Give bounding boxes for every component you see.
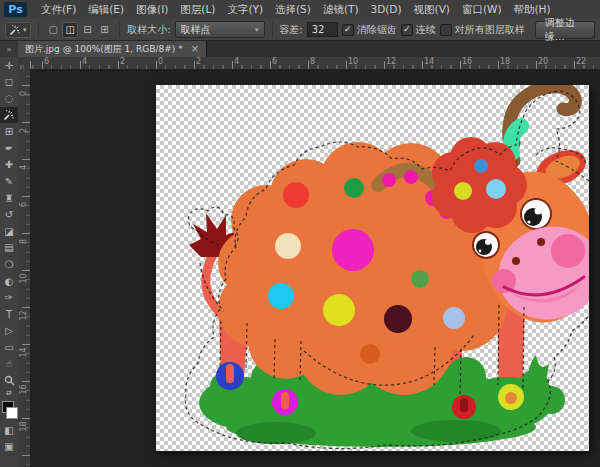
separator bbox=[272, 22, 273, 38]
menu-edit[interactable]: 编辑(E) bbox=[82, 0, 130, 19]
photoshop-logo: Ps bbox=[4, 2, 27, 17]
tolerance-label: 容差: bbox=[279, 23, 302, 37]
menu-layer[interactable]: 图层(L) bbox=[174, 0, 221, 19]
tool-hand[interactable]: ☝ bbox=[0, 356, 18, 373]
cow-artwork bbox=[156, 85, 589, 451]
ruler-tick-label: 18 bbox=[19, 421, 28, 433]
tool-clone-stamp[interactable]: ♜ bbox=[0, 190, 18, 207]
ruler-tick-label: 16 bbox=[462, 57, 472, 66]
separator bbox=[38, 22, 39, 38]
screen-mode-button[interactable]: ▣ bbox=[0, 438, 18, 455]
ruler-tick-label: 4 bbox=[82, 57, 87, 66]
preset-caret: ▾ bbox=[23, 26, 27, 34]
tools-panel: ✛ ◻ ◌ ⊞ ✒ ✚ ✎ ♜ ↺ ◪ ▤ ❍ ◐ ✑ T ▷ ▭ ☝ bbox=[0, 57, 19, 467]
document-canvas[interactable] bbox=[156, 85, 589, 451]
tool-crop[interactable]: ⊞ bbox=[0, 123, 18, 140]
sample-all-layers-checkbox[interactable] bbox=[440, 24, 452, 36]
tool-type[interactable]: T bbox=[0, 306, 18, 323]
refine-edge-button[interactable]: 调整边缘… bbox=[535, 21, 595, 39]
magic-wand-icon bbox=[9, 24, 21, 36]
quick-mask-button[interactable]: ◧ bbox=[0, 422, 18, 439]
menu-image[interactable]: 图像(I) bbox=[130, 0, 174, 19]
mode-intersect-selection[interactable]: ⊞ bbox=[96, 22, 112, 38]
ruler-tick-label: 0 bbox=[19, 88, 28, 100]
menu-type[interactable]: 文字(Y) bbox=[221, 0, 269, 19]
tool-pen[interactable]: ✑ bbox=[0, 289, 18, 306]
contiguous-checkbox[interactable] bbox=[401, 24, 413, 36]
ruler-tick-label: 12 bbox=[386, 57, 396, 66]
ruler-tick-label: 6 bbox=[44, 57, 49, 66]
menu-file[interactable]: 文件(F) bbox=[35, 0, 82, 19]
ruler-tick-label: 14 bbox=[424, 57, 434, 66]
tool-spot-healing[interactable]: ✚ bbox=[0, 157, 18, 174]
menu-window[interactable]: 窗口(W) bbox=[456, 0, 508, 19]
sample-all-layers-option[interactable]: 对所有图层取样 bbox=[440, 23, 525, 37]
ruler-tick-label: 10 bbox=[19, 273, 28, 285]
tool-move[interactable]: ✛ bbox=[0, 57, 18, 74]
tool-brush[interactable]: ✎ bbox=[0, 173, 18, 190]
sample-size-value: 取样点 bbox=[181, 23, 211, 37]
ruler-tick-label: 8 bbox=[310, 57, 315, 66]
current-tool-preset[interactable]: ▾ bbox=[5, 22, 31, 38]
document-tab-bar: » 图片.jpg @ 100%(图层 1, RGB/8#) * × bbox=[0, 41, 600, 57]
ruler-tick-label: 20 bbox=[538, 57, 548, 66]
close-tab-icon[interactable]: × bbox=[191, 44, 199, 54]
tool-lasso[interactable]: ◌ bbox=[0, 90, 18, 107]
sample-size-label: 取样大小: bbox=[127, 23, 170, 37]
ruler-tick-label: 0 bbox=[158, 57, 163, 66]
tolerance-input[interactable]: 32 bbox=[307, 22, 338, 37]
ruler-tick-label: 2 bbox=[196, 57, 201, 66]
ruler-tick-label: 2 bbox=[19, 125, 28, 137]
menu-filter[interactable]: 滤镜(T) bbox=[317, 0, 365, 19]
ruler-tick-label: 4 bbox=[19, 162, 28, 174]
ruler-tick-label: 2 bbox=[120, 57, 125, 66]
tool-blur[interactable]: ❍ bbox=[0, 256, 18, 273]
ruler-tick-label: 22 bbox=[576, 57, 586, 66]
anti-alias-checkbox[interactable] bbox=[342, 24, 354, 36]
ruler-tick-label: 6 bbox=[272, 57, 277, 66]
menu-view[interactable]: 视图(V) bbox=[408, 0, 456, 19]
tool-shape[interactable]: ▭ bbox=[0, 339, 18, 356]
tool-options-bar: ▾ ▢ ◫ ⊟ ⊞ 取样大小: 取样点 ▾ 容差: 32 消除锯齿 连续 对所有… bbox=[0, 19, 600, 41]
swap-colors-icon[interactable]: ⇄ bbox=[0, 389, 18, 398]
contiguous-option[interactable]: 连续 bbox=[401, 23, 436, 37]
anti-alias-option[interactable]: 消除锯齿 bbox=[342, 23, 397, 37]
ruler-tick-label: 18 bbox=[500, 57, 510, 66]
menu-bar: Ps 文件(F) 编辑(E) 图像(I) 图层(L) 文字(Y) 选择(S) 滤… bbox=[0, 0, 600, 20]
photoshop-window: Ps 文件(F) 编辑(E) 图像(I) 图层(L) 文字(Y) 选择(S) 滤… bbox=[0, 0, 600, 467]
document-tab[interactable]: 图片.jpg @ 100%(图层 1, RGB/8#) * × bbox=[18, 41, 207, 57]
contiguous-label: 连续 bbox=[416, 23, 436, 37]
tool-eyedropper[interactable]: ✒ bbox=[0, 140, 18, 157]
dropdown-arrow-icon: ▾ bbox=[255, 26, 259, 34]
selection-mode-buttons: ▢ ◫ ⊟ ⊞ bbox=[45, 22, 112, 38]
tool-zoom[interactable] bbox=[0, 372, 18, 389]
sample-all-layers-label: 对所有图层取样 bbox=[455, 23, 525, 37]
ruler-tick-label: 10 bbox=[348, 57, 358, 66]
document-title: 图片.jpg @ 100%(图层 1, RGB/8#) * bbox=[25, 43, 183, 56]
ruler-tick-label: 14 bbox=[19, 347, 28, 359]
mode-subtract-selection[interactable]: ⊟ bbox=[79, 22, 95, 38]
ruler-tick-label: 16 bbox=[19, 384, 28, 396]
tool-dodge[interactable]: ◐ bbox=[0, 273, 18, 290]
zoom-icon bbox=[4, 375, 15, 386]
background-color-swatch[interactable] bbox=[6, 407, 18, 419]
tool-eraser[interactable]: ◪ bbox=[0, 223, 18, 240]
tool-gradient[interactable]: ▤ bbox=[0, 240, 18, 257]
panel-collapse-icon[interactable]: » bbox=[0, 41, 18, 57]
ruler-tick-label: 4 bbox=[234, 57, 239, 66]
menu-select[interactable]: 选择(S) bbox=[269, 0, 317, 19]
magic-wand-icon bbox=[3, 109, 15, 121]
sample-size-dropdown[interactable]: 取样点 ▾ bbox=[175, 21, 265, 38]
tool-history-brush[interactable]: ↺ bbox=[0, 206, 18, 223]
ruler-tick-label: 8 bbox=[19, 236, 28, 248]
mode-new-selection[interactable]: ▢ bbox=[45, 22, 61, 38]
mode-add-to-selection[interactable]: ◫ bbox=[62, 22, 78, 38]
ruler-tick-label: 6 bbox=[19, 199, 28, 211]
color-swatches[interactable] bbox=[0, 398, 18, 422]
ruler-tick-label: 12 bbox=[19, 310, 28, 322]
menu-3d[interactable]: 3D(D) bbox=[364, 0, 407, 19]
anti-alias-label: 消除锯齿 bbox=[357, 23, 397, 37]
tool-path-selection[interactable]: ▷ bbox=[0, 323, 18, 340]
tool-rectangular-marquee[interactable]: ◻ bbox=[0, 74, 18, 91]
tool-magic-wand[interactable] bbox=[0, 107, 18, 124]
